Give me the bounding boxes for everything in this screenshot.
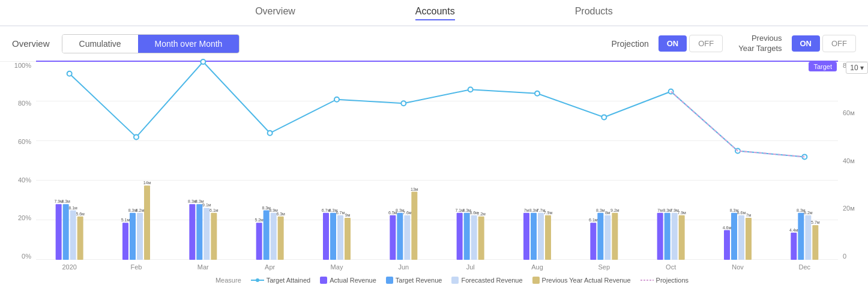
line-dot-4 [334, 97, 339, 101]
y-right-40: 40м [843, 157, 855, 164]
bar-val-Oct-3: 7.9м [677, 211, 686, 215]
overview-label: Overview [12, 38, 50, 49]
bar-Jul-0 [457, 212, 463, 259]
bar-val-2020-3: 5.6м [76, 212, 85, 216]
legend-proj-label: Projections [656, 277, 689, 284]
legend-tr-label: Target Revenue [396, 277, 442, 284]
bar-val-Feb-2: 8.2м [136, 208, 145, 212]
bar-val-Nov-3: 7м [746, 213, 752, 217]
bar-Feb-3 [144, 185, 150, 260]
projection-toggle: ON OFF [659, 35, 723, 52]
month-label-Oct: Oct [666, 263, 676, 271]
bar-val-Mar-2: 9.1м [202, 203, 211, 207]
bar-Jul-3 [478, 217, 484, 260]
bar-val-Jun-2: 7.6м [403, 211, 412, 215]
month-label-Feb: Feb [131, 263, 142, 271]
bar-val-Apr-0: 5.2м [255, 218, 264, 222]
month-label-Mar: Mar [197, 263, 209, 271]
bar-Oct-2 [672, 212, 678, 259]
svg-point-1 [256, 278, 259, 282]
prev-year-on-btn[interactable]: ON [792, 35, 821, 52]
legend-actual-revenue: Actual Revenue [320, 277, 376, 284]
bar-val-2020-2: 8.1м [68, 205, 77, 209]
bar-Jul-2 [471, 215, 477, 260]
bar-val-Nov-0: 4.6м [723, 225, 732, 229]
month-label-Apr: Apr [265, 263, 275, 271]
bar-val-Dec-0: 4.4м [789, 227, 798, 232]
bar-Aug-3 [545, 215, 551, 260]
bar-Oct-0 [657, 212, 663, 259]
bar-val-Dec-3: 5.7м [811, 220, 820, 224]
line-dot-5 [401, 101, 406, 106]
cumulative-btn[interactable]: Cumulative [62, 35, 138, 53]
line-dot-7 [535, 91, 540, 96]
y-tick-60: 60% [18, 138, 31, 145]
nav-accounts[interactable]: Accounts [415, 6, 455, 20]
prev-year-off-btn[interactable]: OFF [822, 35, 856, 52]
bar-val-Aug-0: 7м [524, 208, 529, 212]
legend-prev-year: Previous Year Actual Revenue [532, 277, 631, 284]
legend-ar-color [320, 277, 327, 284]
bar-Dec-2 [805, 215, 811, 260]
bar-Nov-1 [731, 212, 737, 259]
bar-val-Aug-3: 7.9м [544, 211, 553, 215]
bar-Aug-0 [523, 212, 529, 259]
projection-off-btn[interactable]: OFF [689, 35, 723, 52]
line-dot-1 [134, 134, 139, 139]
projection-on-btn[interactable]: ON [659, 35, 687, 52]
bar-2020-3 [77, 217, 83, 260]
bar-2020-2 [70, 210, 76, 260]
y-tick-0: 0% [22, 253, 31, 260]
nav-products[interactable]: Products [575, 6, 613, 20]
bar-May-2 [337, 215, 343, 260]
top-nav: Overview Accounts Products [0, 0, 868, 26]
line-dot-3 [268, 131, 273, 136]
bar-val-Dec-2: 8.2м [804, 211, 813, 215]
month-label-May: May [331, 263, 343, 271]
dropdown-10[interactable]: 10 ▾ [846, 62, 868, 74]
bar-val-Nov-2: 8.6м [737, 211, 746, 215]
bar-val-Sep-0: 6.1м [589, 218, 598, 222]
legend-py-label: Previous Year Actual Revenue [542, 277, 631, 284]
y-tick-100: 100% [14, 62, 31, 69]
bar-Nov-0 [724, 230, 730, 260]
bar-Mar-3 [211, 212, 217, 259]
bar-val-Jun-3: 13м [411, 187, 418, 191]
bar-Jun-3 [411, 191, 417, 259]
y-axis-left: 0% 20% 40% 60% 80% 100% [0, 62, 36, 260]
line-dot-0 [67, 71, 72, 76]
bar-val-Mar-3: 6.1м [209, 208, 219, 212]
bar-Sep-0 [590, 223, 596, 260]
line-dot-8 [601, 115, 606, 119]
y-tick-20: 20% [18, 214, 31, 221]
chart-container: 0% 20% 40% 60% 80% 100% 0 20м 40м 60м 80… [0, 62, 868, 284]
bar-Jun-1 [397, 212, 403, 259]
nav-overview[interactable]: Overview [255, 6, 295, 20]
legend: Measure Target Attained Actual Revenue T… [36, 277, 868, 284]
bar-May-1 [330, 212, 336, 259]
bar-Jun-0 [390, 215, 396, 260]
month-label-2020: 2020 [62, 263, 76, 271]
bar-Mar-1 [196, 204, 202, 260]
bar-Jun-2 [404, 215, 410, 260]
bar-Oct-1 [665, 212, 671, 259]
bar-val-Jul-3: 7.2м [477, 212, 486, 216]
bar-val-Sep-1: 8.3м [596, 208, 605, 212]
month-over-month-btn[interactable]: Month over Month [138, 35, 240, 53]
bar-val-May-3: 9м [345, 213, 351, 217]
y-tick-80: 80% [18, 100, 31, 107]
plot-area: 7.9м8.3м8.1м5.6м20205.1м8.3м8.2м14мFeb8.… [36, 62, 838, 260]
projection-label: Projection [611, 39, 648, 49]
y-right-60: 60м [843, 109, 855, 116]
bar-Nov-3 [746, 218, 752, 260]
y-tick-40: 40% [18, 176, 31, 184]
bar-Feb-0 [122, 223, 128, 260]
bar-Mar-0 [189, 204, 195, 260]
bar-Feb-1 [130, 212, 136, 259]
y-right-20: 20м [843, 205, 855, 212]
bar-Oct-3 [679, 215, 685, 260]
target-attained-line [70, 62, 805, 157]
bar-Feb-2 [137, 212, 143, 259]
legend-ta-label: Target Attained [267, 277, 310, 284]
month-label-Jun: Jun [398, 263, 409, 271]
